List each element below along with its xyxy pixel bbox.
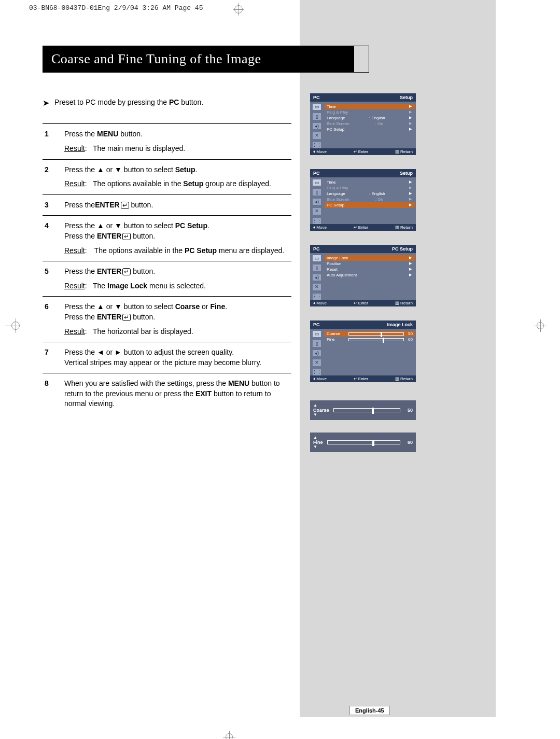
osd-setup-2: PCSetup ▭ ▯ ◂) ✕ ⋮⋮ Time▶ Plug & Play▶ L… [310, 169, 416, 231]
osd-row-coarse: Coarse 50 [325, 331, 415, 337]
channel-icon: ◂) [313, 199, 321, 205]
title-box: Coarse and Fine Tuning of the Image [43, 46, 369, 73]
osd-imagelock: PCImage Lock ▭ ▯ ◂) ✕ ⋮⋮ Coarse 50 Fine … [310, 320, 416, 382]
up-arrow-icon: ▲ [313, 403, 317, 408]
setup-icon: ✕ [313, 284, 321, 290]
step-8: 8 When you are satisfied with the settin… [43, 373, 291, 414]
step-5: 5 Press the ENTER↵ button. Result: The I… [43, 261, 291, 296]
manual-page: 03-BN68-00437D-01Eng 2/9/04 3:26 AM Page… [0, 0, 560, 739]
picture-icon: ▭ [313, 331, 321, 337]
channel-icon: ◂) [313, 274, 321, 281]
step-num: 1 [43, 129, 56, 154]
coarse-slider-panel: ▲ Coarse ▼ 50 [310, 400, 416, 420]
up-arrow-icon: ▲ [313, 436, 317, 440]
page-title: Coarse and Fine Tuning of the Image [43, 46, 354, 72]
picture-icon: ▭ [313, 255, 321, 261]
step-num: 7 [43, 347, 56, 368]
step-4: 4 Press the ▲ or ▼ button to select PC S… [43, 215, 291, 261]
coarse-slider-bar [333, 408, 400, 412]
step-7: 7 Press the ◄ or ► button to adjust the … [43, 342, 291, 373]
content-column: ➤ Preset to PC mode by pressing the PC b… [43, 97, 291, 414]
osd-row-fine: Fine 60 [325, 337, 415, 342]
step-2: 2 Press the ▲ or ▼ button to select Setu… [43, 159, 291, 194]
sound-icon: ▯ [313, 189, 321, 195]
step-num: 3 [43, 200, 56, 211]
coarse-slider [348, 332, 404, 336]
step-num: 8 [43, 379, 56, 409]
channel-icon: ◂) [313, 123, 321, 129]
note-text: Preset to PC mode by pressing the PC but… [54, 97, 203, 108]
enter-icon: ↵ [122, 268, 131, 275]
setup-icon: ✕ [313, 359, 321, 366]
adjust-icon: ⋮⋮ [313, 369, 321, 375]
osd-row-bluescreen: Blue Screen: On▶ [325, 121, 415, 127]
osd-row-language: Language: English▶ [325, 115, 415, 121]
osd-row-time: Time▶ [325, 104, 415, 109]
step-num: 5 [43, 267, 56, 291]
step-num: 4 [43, 221, 56, 256]
adjust-icon: ⋮⋮ [313, 218, 321, 224]
adjust-icon: ⋮⋮ [313, 294, 321, 300]
adjust-icon: ⋮⋮ [313, 142, 321, 148]
osd-row-pcsetup: PC Setup▶ [325, 202, 415, 208]
step-num: 6 [43, 302, 56, 337]
sound-icon: ▯ [313, 340, 321, 346]
sound-icon: ▯ [313, 113, 321, 119]
page-label: English-45 [349, 706, 390, 715]
header-stamp: 03-BN68-00437D-01Eng 2/9/04 3:26 AM Page… [29, 4, 203, 12]
osd-row-reset: Reset▶ [325, 267, 415, 272]
crop-mark-top [218, 3, 259, 18]
osd-setup-1: PCSetup ▭ ▯ ◂) ✕ ⋮⋮ Time▶ Plug & Play▶ L… [310, 93, 416, 155]
osd-icon-rail: ▭ ▯ ◂) ✕ ⋮⋮ [310, 102, 324, 148]
sound-icon: ▯ [313, 264, 321, 271]
down-arrow-icon: ▼ [313, 445, 317, 449]
fine-slider-panel: ▲ Fine ▼ 60 [310, 433, 416, 452]
fine-slider [348, 338, 404, 341]
picture-icon: ▭ [313, 104, 321, 110]
osd-pcsetup: PCPC Setup ▭ ▯ ◂) ✕ ⋮⋮ Image Lock▶ Posit… [310, 245, 416, 306]
fine-slider-bar [327, 440, 400, 444]
enter-icon: ↵ [121, 202, 129, 209]
setup-icon: ✕ [313, 132, 321, 138]
osd-row-position: Position▶ [325, 261, 415, 267]
osd-row-autoadj: Auto Adjustment▶ [325, 272, 415, 278]
osd-row-imagelock: Image Lock▶ [325, 255, 415, 261]
osd-row-plugplay: Plug & Play▶ [325, 109, 415, 115]
note-row: ➤ Preset to PC mode by pressing the PC b… [43, 97, 291, 109]
enter-icon: ↵ [122, 233, 131, 240]
step-3: 3 Press theENTER↵ button. [43, 194, 291, 216]
channel-icon: ◂) [313, 350, 321, 356]
step-num: 2 [43, 165, 56, 189]
note-arrow-icon: ➤ [43, 97, 49, 109]
osd-row-pcsetup: PC Setup▶ [325, 127, 415, 132]
down-arrow-icon: ▼ [313, 413, 317, 417]
setup-icon: ✕ [313, 208, 321, 214]
picture-icon: ▭ [313, 179, 321, 186]
step-1: 1 Press the MENU button. Result: The mai… [43, 123, 291, 159]
step-6: 6 Press the ▲ or ▼ button to select Coar… [43, 296, 291, 342]
enter-icon: ↵ [122, 314, 131, 321]
